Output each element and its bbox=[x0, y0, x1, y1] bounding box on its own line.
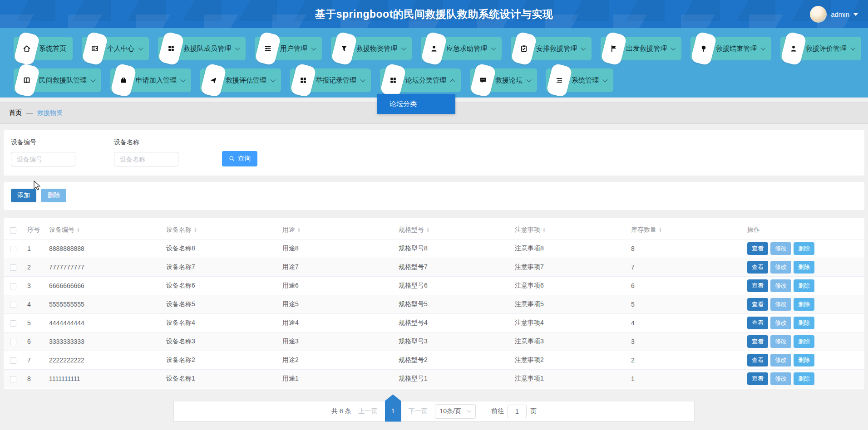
view-button[interactable]: 查看 bbox=[747, 354, 768, 366]
delete-button[interactable]: 删除 bbox=[41, 189, 66, 202]
table-row: 54444444444设备名称4用途4规格型号4注意事项44查看修改删除 bbox=[4, 313, 864, 332]
select-all-header-cell bbox=[4, 221, 23, 239]
prev-page-button[interactable]: 上一页 bbox=[359, 407, 378, 415]
cell-spec: 规格型号4 bbox=[394, 313, 510, 332]
delete-row-button[interactable]: 删除 bbox=[794, 372, 814, 385]
column-header-注意事项[interactable]: 注意事项▲▼ bbox=[510, 221, 626, 239]
edit-button[interactable]: 修改 bbox=[770, 317, 791, 329]
nav-item-label: 应急求助管理 bbox=[446, 44, 487, 53]
sort-caret-icon[interactable]: ▲▼ bbox=[659, 227, 662, 233]
page-1-button[interactable]: 1 bbox=[385, 395, 401, 422]
delete-row-button[interactable]: 删除 bbox=[794, 354, 814, 366]
view-button[interactable]: 查看 bbox=[747, 317, 768, 329]
row-checkbox[interactable] bbox=[10, 302, 16, 308]
cell-device-code: 8888888888 bbox=[44, 239, 162, 258]
device-name-input[interactable] bbox=[114, 152, 178, 166]
avatar[interactable] bbox=[810, 6, 827, 23]
nav-item-救援论坛[interactable]: 救援论坛 bbox=[470, 68, 537, 92]
breadcrumb-home[interactable]: 首页 bbox=[9, 109, 22, 117]
row-actions-cell: 查看修改删除 bbox=[743, 351, 864, 369]
actions-panel: 添加 删除 bbox=[4, 182, 864, 210]
nav-item-个人中心[interactable]: 个人中心 bbox=[82, 37, 149, 60]
nav-item-应急求助管理[interactable]: 应急求助管理 bbox=[421, 37, 502, 60]
user-menu[interactable]: admin bbox=[810, 0, 858, 28]
sort-caret-icon[interactable]: ▲▼ bbox=[426, 227, 429, 233]
nav-item-论坛分类管理[interactable]: 论坛分类管理论坛分类 bbox=[380, 68, 461, 92]
nav-item-用户管理[interactable]: 用户管理 bbox=[255, 37, 322, 60]
delete-row-button[interactable]: 删除 bbox=[794, 317, 814, 329]
book-icon bbox=[23, 77, 31, 84]
nav-item-救援物资管理[interactable]: 救援物资管理 bbox=[331, 37, 412, 60]
nav-item-民间救援队管理[interactable]: 民间救援队管理 bbox=[14, 68, 101, 92]
nav-item-label: 救援论坛 bbox=[495, 76, 523, 85]
row-checkbox[interactable] bbox=[10, 264, 16, 271]
chevron-down-icon bbox=[526, 77, 531, 82]
person-icon bbox=[790, 45, 798, 53]
view-button[interactable]: 查看 bbox=[747, 242, 768, 255]
nav-item-安排救援管理[interactable]: 安排救援管理 bbox=[511, 37, 592, 60]
sort-caret-icon[interactable]: ▲▼ bbox=[297, 227, 301, 233]
delete-row-button[interactable]: 删除 bbox=[794, 335, 814, 348]
edit-button[interactable]: 修改 bbox=[770, 242, 791, 255]
row-actions-cell: 查看修改删除 bbox=[743, 239, 864, 258]
row-checkbox[interactable] bbox=[10, 320, 16, 327]
nav-item-申请加入管理[interactable]: 申请加入管理 bbox=[110, 68, 191, 92]
edit-button[interactable]: 修改 bbox=[770, 298, 791, 311]
column-header-规格型号[interactable]: 规格型号▲▼ bbox=[394, 221, 510, 239]
nav-item-出发救援管理[interactable]: 出发救援管理 bbox=[601, 37, 681, 60]
table-row: 36666666666设备名称6用途6规格型号6注意事项66查看修改删除 bbox=[4, 276, 864, 295]
next-page-button[interactable]: 下一页 bbox=[409, 407, 428, 415]
page-size-select[interactable]: 10条/页 bbox=[435, 404, 476, 419]
nav-item-救援评价管理[interactable]: 救援评价管理 bbox=[780, 37, 861, 60]
edit-button[interactable]: 修改 bbox=[770, 261, 791, 274]
nav-item-举报记录管理[interactable]: 举报记录管理 bbox=[290, 68, 371, 92]
view-button[interactable]: 查看 bbox=[747, 335, 768, 348]
delete-row-button[interactable]: 删除 bbox=[794, 279, 814, 292]
row-checkbox[interactable] bbox=[10, 283, 16, 289]
add-button[interactable]: 添加 bbox=[11, 189, 36, 202]
device-code-input[interactable] bbox=[11, 152, 75, 166]
cell-device-name: 设备名称3 bbox=[162, 332, 278, 351]
view-button[interactable]: 查看 bbox=[747, 261, 768, 274]
column-header-设备名称[interactable]: 设备名称▲▼ bbox=[162, 221, 278, 239]
view-button[interactable]: 查看 bbox=[747, 372, 768, 385]
row-checkbox[interactable] bbox=[10, 246, 16, 252]
goto-page-input[interactable] bbox=[508, 405, 527, 418]
nav-item-系统管理[interactable]: 系统管理 bbox=[546, 68, 613, 92]
nav-item-救援评估管理[interactable]: 救援评估管理 bbox=[200, 68, 281, 92]
row-actions-cell: 查看修改删除 bbox=[743, 295, 864, 313]
query-button[interactable]: 查询 bbox=[222, 151, 257, 166]
cell-index: 6 bbox=[23, 332, 44, 351]
column-header-设备编号[interactable]: 设备编号▲▼ bbox=[44, 221, 162, 239]
device-name-field: 设备名称 bbox=[114, 138, 178, 166]
column-header-库存数量[interactable]: 库存数量▲▼ bbox=[626, 221, 743, 239]
view-button[interactable]: 查看 bbox=[747, 279, 768, 292]
chevron-down-icon bbox=[401, 45, 406, 50]
sort-caret-icon[interactable]: ▲▼ bbox=[194, 227, 197, 233]
sort-caret-icon[interactable]: ▲▼ bbox=[77, 227, 80, 233]
nav-item-救援队成员管理[interactable]: 救援队成员管理 bbox=[158, 37, 246, 60]
edit-button[interactable]: 修改 bbox=[770, 279, 791, 292]
edit-button[interactable]: 修改 bbox=[770, 372, 791, 385]
view-button[interactable]: 查看 bbox=[747, 298, 768, 311]
delete-row-button[interactable]: 删除 bbox=[794, 298, 814, 311]
delete-row-button[interactable]: 删除 bbox=[794, 242, 814, 255]
row-actions-cell: 查看修改删除 bbox=[743, 276, 864, 295]
row-checkbox[interactable] bbox=[10, 357, 16, 364]
nav-item-label: 出发救援管理 bbox=[626, 44, 667, 53]
breadcrumb-current[interactable]: 救援物资 bbox=[37, 109, 63, 117]
row-checkbox[interactable] bbox=[10, 376, 16, 382]
dropdown-item-论坛分类[interactable]: 论坛分类 bbox=[377, 94, 455, 114]
select-all-checkbox[interactable] bbox=[10, 227, 16, 234]
edit-button[interactable]: 修改 bbox=[770, 354, 791, 366]
sort-caret-icon[interactable]: ▲▼ bbox=[542, 227, 546, 233]
column-header-label: 序号 bbox=[27, 226, 40, 233]
cell-usage: 用途1 bbox=[278, 369, 394, 388]
nav-item-救援结束管理[interactable]: 救援结束管理 bbox=[690, 37, 771, 60]
row-checkbox[interactable] bbox=[10, 339, 16, 345]
edit-button[interactable]: 修改 bbox=[770, 335, 791, 348]
column-header-用途[interactable]: 用途▲▼ bbox=[278, 221, 394, 239]
chevron-down-icon bbox=[581, 45, 586, 50]
nav-item-系统首页[interactable]: 系统首页 bbox=[14, 37, 73, 60]
delete-row-button[interactable]: 删除 bbox=[794, 261, 814, 274]
